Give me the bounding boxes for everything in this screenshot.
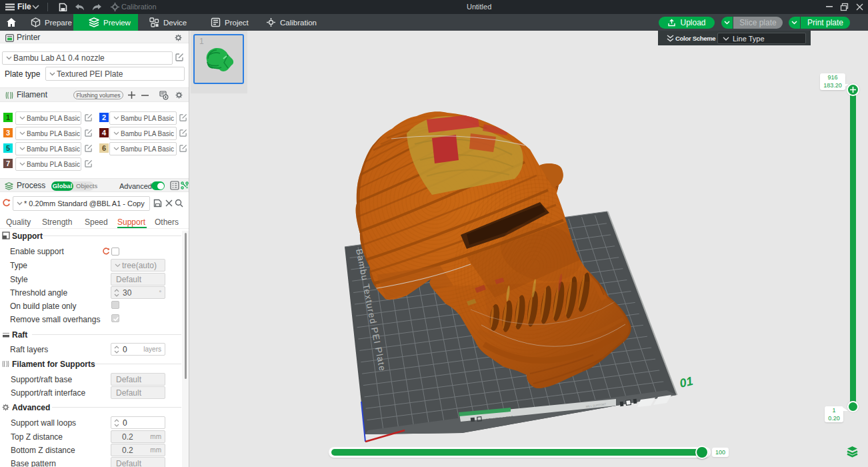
svg-text:01: 01 <box>678 374 694 390</box>
